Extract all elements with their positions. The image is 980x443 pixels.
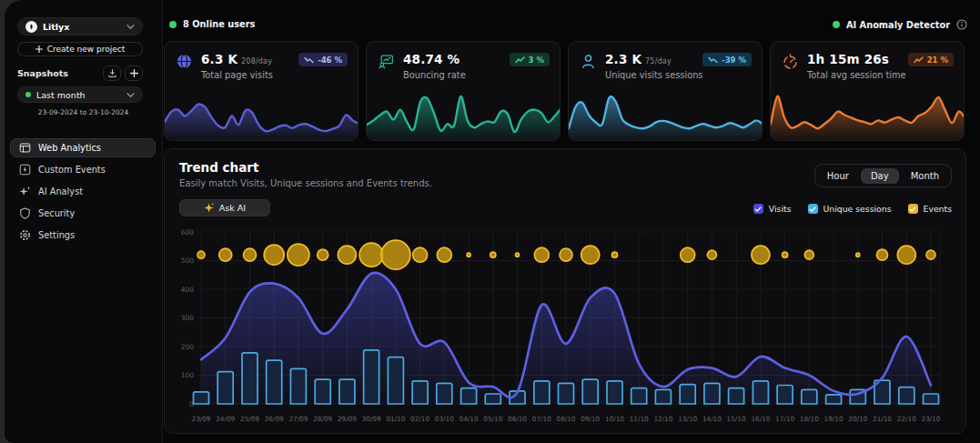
tab-month[interactable]: Month [901,168,949,184]
trend-badge: 3 % [510,53,550,66]
legend-checkbox-unique-sessions[interactable] [808,204,818,214]
info-icon[interactable] [956,19,967,30]
project-avatar [25,21,37,33]
trend-down-icon [304,55,314,65]
sidebar-item-settings[interactable]: Settings [10,226,156,245]
check-icon [754,206,762,213]
stat-value: 2.3 K75/day [605,52,672,66]
sidebar-item-custom-events[interactable]: Custom Events [10,160,156,179]
tab-day[interactable]: Day [861,168,899,184]
svg-text:03/10: 03/10 [435,415,454,423]
project-selector[interactable]: Litlyx [17,17,143,35]
legend-unique-sessions: Unique sessions [808,204,892,214]
stat-label: Total page visits [201,70,273,80]
snapshots-label: Snapshots [17,68,68,78]
svg-text:100: 100 [181,371,195,379]
stat-card-session-time[interactable]: 1h 15m 26s Total avg session time 21 % [770,41,965,141]
browser-icon [19,142,31,154]
timer-icon [783,54,798,69]
legend-checkbox-visits[interactable] [753,204,763,214]
chevron-down-icon [126,92,135,98]
trend-chart-area: 010020030040050060023/0924/0925/0926/092… [170,226,962,431]
chart-legend: Visits Unique sessions Events [753,204,952,214]
stat-label: Bouncing rate [403,70,466,80]
svg-text:28/09: 28/09 [313,415,332,423]
sidebar-item-security[interactable]: Security [10,204,156,223]
status-dot [25,92,31,97]
svg-text:15/10: 15/10 [727,415,746,423]
svg-text:18/10: 18/10 [800,415,819,423]
svg-text:10/10: 10/10 [605,415,624,423]
panel-title: Trend chart [179,160,258,175]
trend-badge: 21 % [908,53,954,66]
svg-text:24/09: 24/09 [216,415,235,423]
svg-text:08/10: 08/10 [556,415,575,423]
add-snapshot-button[interactable] [125,65,143,81]
svg-text:05/10: 05/10 [483,415,502,423]
svg-text:11/10: 11/10 [630,415,649,423]
export-snapshot-button[interactable] [103,65,121,81]
svg-text:600: 600 [181,228,195,237]
anomaly-detector-label: AI Anomaly Detector [846,20,950,30]
stat-value: 48.74 % [403,52,463,66]
gear-icon [19,229,31,241]
svg-text:25/09: 25/09 [240,415,259,423]
trend-down-icon [708,55,718,65]
svg-text:06/10: 06/10 [508,415,527,423]
tab-hour[interactable]: Hour [817,168,859,184]
svg-text:300: 300 [181,314,195,322]
legend-events: Events [908,204,952,214]
download-icon [107,68,117,78]
litlyx-logo-icon [27,22,35,32]
svg-text:21/10: 21/10 [873,415,892,423]
sparkline-bouncing-rate [367,87,561,140]
sidebar-item-ai-analyst[interactable]: AI Analyst [10,182,156,201]
svg-text:14/10: 14/10 [702,415,722,423]
svg-text:26/09: 26/09 [265,415,284,423]
stat-rate: 208/day [241,57,272,65]
sparkles-icon [19,186,31,197]
online-status-dot [169,21,177,28]
event-bolt-icon [19,164,31,176]
snapshot-selected-value: Last month [36,90,126,100]
ask-ai-button[interactable]: Ask AI [179,199,270,216]
globe-icon [177,54,192,69]
shield-icon [19,207,31,219]
sparkline-total-page-visits [165,87,359,140]
chevron-down-icon [126,24,135,30]
svg-text:04/10: 04/10 [460,415,479,423]
anomaly-status-dot [833,21,840,28]
stat-card-total-page-visits[interactable]: 6.3 K208/day Total page visits -46 % [164,41,359,141]
svg-text:19/10: 19/10 [824,415,844,423]
stat-card-unique-sessions[interactable]: 2.3 K75/day Unique visits sessions -39 % [568,41,763,141]
svg-text:400: 400 [181,286,195,294]
ai-star-icon [204,203,214,213]
stat-card-bouncing-rate[interactable]: 48.74 % Bouncing rate 3 % [366,41,561,141]
plus-icon [130,69,138,77]
trend-up-icon [515,55,525,65]
svg-text:23/09: 23/09 [191,415,210,423]
legend-visits: Visits [753,204,792,214]
snapshot-select[interactable]: Last month [17,86,143,103]
svg-text:23/10: 23/10 [921,415,940,423]
sparkline-unique-sessions [569,87,763,140]
sidebar-item-web-analytics[interactable]: Web Analytics [10,138,156,157]
check-icon [909,206,916,213]
svg-text:01/10: 01/10 [386,415,405,423]
trend-badge: -46 % [298,53,348,66]
stat-value: 1h 15m 26s [807,52,893,66]
trend-up-icon [914,55,924,65]
svg-text:30/09: 30/09 [362,415,381,423]
legend-checkbox-events[interactable] [908,204,918,214]
svg-text:500: 500 [181,257,195,265]
svg-text:16/10: 16/10 [751,415,770,423]
stat-rate: 75/day [645,57,672,65]
create-project-button[interactable]: Create new project [17,42,143,56]
svg-text:17/10: 17/10 [775,415,794,423]
create-project-label: Create new project [47,45,125,54]
online-users-label: 8 Online users [183,19,255,29]
svg-text:02/10: 02/10 [410,415,429,423]
sparkline-session-time [771,87,965,140]
sidebar-nav: Web Analytics Custom Events AI Analyst S… [10,138,156,247]
project-name: Litlyx [43,22,126,32]
